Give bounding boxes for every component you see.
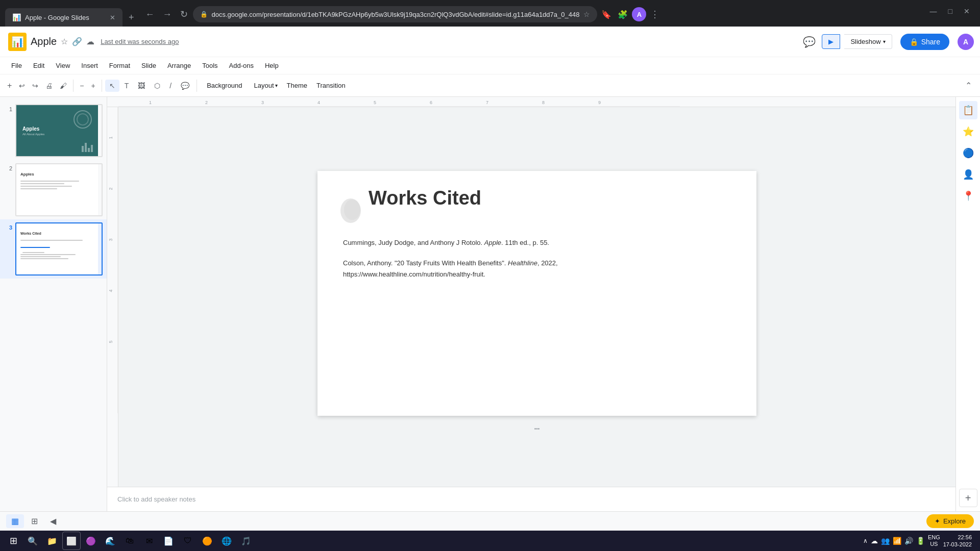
line-tool-button[interactable]: / (165, 80, 176, 92)
explore-icon: ✦ (935, 517, 940, 525)
layout-button[interactable]: Layout ▾ (250, 79, 282, 92)
window-minimize-button[interactable]: — (925, 5, 942, 17)
svg-text:5: 5 (374, 100, 376, 105)
slideshow-button[interactable]: Slideshow ▾ (844, 34, 892, 49)
tray-speaker-icon[interactable]: 🔊 (904, 537, 913, 545)
shape-tool-button[interactable]: ⬡ (150, 80, 164, 92)
tray-people-icon[interactable]: 👥 (881, 537, 890, 545)
comment-button[interactable]: 💬 (801, 34, 818, 50)
citation-2-line1-end: , 2022, (537, 259, 558, 267)
new-tab-button[interactable]: + (125, 10, 138, 25)
collapse-panel-button[interactable]: ◀ (45, 514, 61, 528)
slide-item-2[interactable]: 2 Apples (0, 160, 107, 219)
taskbar-chrome[interactable]: 🌐 (217, 532, 236, 550)
taskbar-antivirus[interactable]: 🛡 (179, 532, 197, 550)
present-button[interactable]: ▶ (822, 34, 840, 49)
browser-menu-icon[interactable]: ⋮ (648, 7, 662, 22)
menu-tools[interactable]: Tools (197, 60, 223, 71)
cloud-save-icon[interactable]: ☁ (86, 37, 94, 46)
share-button[interactable]: 🔒 Share (900, 34, 949, 50)
collapse-toolbar-button[interactable]: ⌃ (961, 79, 976, 92)
add-slide-button[interactable]: + (4, 79, 15, 92)
window-maximize-button[interactable]: □ (943, 5, 958, 17)
taskbar-start-button[interactable]: ⊞ (4, 532, 22, 550)
sidebar-people-btn[interactable]: 👤 (959, 165, 977, 184)
sidebar-bookmark-btn[interactable]: ⭐ (959, 122, 977, 141)
taskbar-store[interactable]: 🛍 (120, 532, 139, 550)
menu-file[interactable]: File (6, 60, 27, 71)
window-close-button[interactable]: ✕ (959, 5, 975, 17)
sidebar-comments-btn[interactable]: 📋 (959, 101, 977, 119)
menu-view[interactable]: View (51, 60, 75, 71)
ruler-left: 1 2 3 4 5 (107, 107, 118, 487)
slide-view-button[interactable]: ▦ (6, 514, 24, 528)
text-tool-button[interactable]: T (120, 80, 133, 92)
taskbar-search-button[interactable]: 🔍 (23, 532, 42, 550)
menu-format[interactable]: Format (104, 60, 135, 71)
citation-2: Colson, Anthony. "20 Tasty Fruits With H… (343, 258, 731, 280)
slide-item-3[interactable]: 3 Works Cited (0, 219, 107, 279)
zoom-in-button[interactable]: + (88, 80, 99, 92)
citation-1-text-after: . 11th ed., p. 55. (501, 239, 549, 246)
theme-button[interactable]: Theme (283, 79, 311, 92)
svg-text:3: 3 (108, 238, 113, 241)
tray-battery-icon[interactable]: 🔋 (916, 537, 925, 545)
tab-favicon: 📊 (12, 13, 21, 21)
menu-addons[interactable]: Add-ons (224, 60, 259, 71)
transition-label: Transition (316, 82, 346, 89)
background-button[interactable]: Background (200, 79, 249, 92)
active-tab[interactable]: 📊 Apple - Google Slides ✕ (5, 8, 122, 27)
tab-close-icon[interactable]: ✕ (110, 14, 115, 21)
extensions-icon[interactable]: 🧩 (616, 8, 630, 21)
select-tool-button[interactable]: ↖ (105, 80, 119, 92)
comment-tool-button[interactable]: 💬 (177, 80, 193, 92)
sidebar-add-btn[interactable]: + (959, 489, 977, 507)
user-avatar[interactable]: A (958, 34, 974, 50)
slide-canvas[interactable]: Works Cited Cummings, Judy Dodge, and An… (317, 171, 756, 416)
sidebar-maps-btn[interactable]: 📍 (959, 187, 977, 205)
taskbar-edge[interactable]: 🌊 (101, 532, 119, 550)
menu-edit[interactable]: Edit (28, 60, 50, 71)
move-to-drive-icon[interactable]: 🔗 (72, 37, 82, 46)
bookmark-icon[interactable]: ☆ (583, 10, 590, 18)
sidebar-sync-btn[interactable]: 🔵 (959, 144, 977, 162)
taskbar-libre[interactable]: 📄 (159, 532, 178, 550)
reload-button[interactable]: ↻ (177, 8, 191, 21)
bookmark-manager-icon[interactable]: 🔖 (599, 8, 614, 21)
star-icon[interactable]: ☆ (61, 37, 68, 46)
tray-time: 22:56 (943, 534, 972, 541)
browser-profile-icon[interactable]: A (632, 7, 646, 21)
image-tool-button[interactable]: 🖼 (134, 80, 149, 92)
taskbar-widgets[interactable]: ⬜ (62, 532, 81, 550)
grid-view-button[interactable]: ⊞ (26, 514, 43, 528)
menu-arrange[interactable]: Arrange (162, 60, 196, 71)
taskbar-teams[interactable]: 🟣 (82, 532, 100, 550)
speaker-notes-area[interactable]: Click to add speaker notes (107, 487, 955, 511)
taskbar-mail[interactable]: ✉ (140, 532, 158, 550)
menu-help[interactable]: Help (260, 60, 284, 71)
svg-text:1: 1 (108, 136, 113, 139)
transition-button[interactable]: Transition (312, 79, 350, 92)
undo-button[interactable]: ↩ (16, 80, 28, 92)
forward-button[interactable]: → (160, 8, 175, 21)
back-button[interactable]: ← (142, 8, 158, 21)
format-paint-button[interactable]: 🖌 (57, 80, 70, 92)
tray-up-arrow[interactable]: ∧ (863, 537, 868, 544)
explore-button[interactable]: ✦ Explore (926, 514, 974, 528)
menu-slide[interactable]: Slide (136, 60, 161, 71)
menu-insert[interactable]: Insert (76, 60, 103, 71)
address-bar[interactable]: 🔒 docs.google.com/presentation/d/1ebTKA9… (193, 6, 598, 22)
ruler-top: 1 2 3 4 5 6 7 8 9 (107, 97, 955, 107)
tray-lang: ENGUS (928, 534, 940, 547)
slide-item-1[interactable]: 1 Apples All About Apples (0, 101, 107, 160)
taskbar-file-explorer[interactable]: 📁 (43, 532, 61, 550)
slide-number-1: 1 (4, 106, 12, 112)
redo-button[interactable]: ↪ (29, 80, 41, 92)
tray-network-icon[interactable]: 📶 (893, 537, 901, 545)
zoom-out-button[interactable]: − (77, 80, 87, 92)
taskbar-office[interactable]: 🟠 (198, 532, 216, 550)
taskbar-spotify[interactable]: 🎵 (237, 532, 255, 550)
last-edit-status[interactable]: Last edit was seconds ago (101, 38, 179, 45)
print-button[interactable]: 🖨 (42, 80, 56, 92)
tray-cloud-icon[interactable]: ☁ (871, 537, 878, 545)
